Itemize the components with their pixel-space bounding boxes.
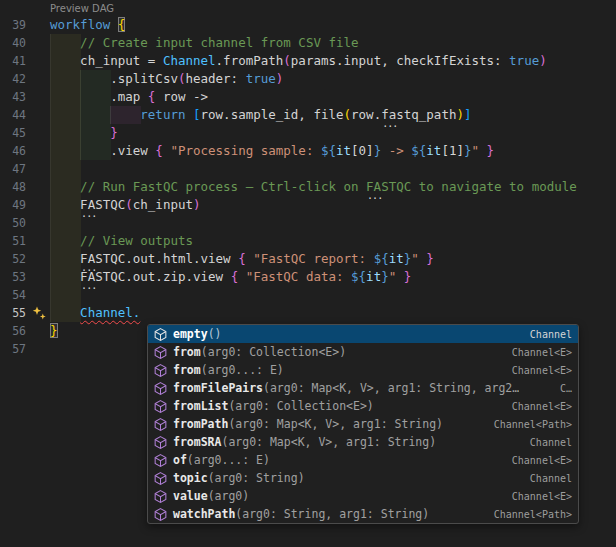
suggest-item[interactable]: from(arg0...: E)Channel<E> (148, 361, 578, 379)
code-content: } (50, 124, 616, 142)
line-number: 45 (0, 124, 26, 142)
line-number: 51 (0, 232, 26, 250)
code-token: Channel. (80, 305, 140, 320)
code-token: row.sample_id, file (201, 107, 344, 122)
code-token: row. (351, 107, 381, 122)
suggest-item[interactable]: empty()Channel (148, 325, 578, 343)
suggest-item[interactable]: topic(arg0: String)Channel (148, 469, 578, 487)
code-token: " (472, 143, 480, 158)
code-token: it (389, 251, 404, 266)
line-number: 55 (0, 304, 26, 322)
suggest-item[interactable]: fromList(arg0: Collection<E>)Channel<E> (148, 397, 578, 415)
code-line[interactable]: 53 FASTQC.out.zip.view { "FastQC data: $… (0, 268, 616, 286)
code-content: FASTQC.out.zip.view { "FastQC data: ${it… (50, 268, 616, 286)
code-token (185, 107, 193, 122)
code-token: } (381, 269, 389, 284)
code-token: { (118, 17, 126, 32)
code-line[interactable]: 42 .splitCsv(header: true) (0, 70, 616, 88)
line-number: 49 (0, 196, 26, 214)
glyph-margin (26, 52, 50, 70)
suggest-item-name: fromFilePairs (173, 381, 263, 395)
suggest-item-params: (arg0: Collection<E>) (201, 345, 346, 359)
code-token: "FastQC report: (253, 251, 373, 266)
glyph-margin (26, 340, 50, 358)
code-token: .fromPath (216, 53, 284, 68)
suggest-item-name: topic (173, 471, 208, 485)
code-line[interactable]: 52 FASTQC.out.html.view { "FastQC report… (0, 250, 616, 268)
code-line[interactable]: 43 .map { row -> (0, 88, 616, 106)
code-line[interactable]: 45 } (0, 124, 616, 142)
line-number: 50 (0, 214, 26, 232)
code-content: workflow { (50, 16, 616, 34)
code-content: .view { "Processing sample: ${it[0]} -> … (50, 142, 616, 160)
method-icon (152, 398, 168, 414)
suggest-item-params: (arg0: Map<K, V>, arg1: String) (221, 435, 436, 449)
code-token (50, 269, 80, 284)
code-token (50, 107, 140, 122)
code-token: ${ (351, 269, 366, 284)
code-token: return (140, 107, 185, 122)
code-token (50, 179, 80, 194)
code-token (50, 233, 80, 248)
code-token: it (336, 143, 351, 158)
code-token: } (487, 143, 495, 158)
glyph-margin (26, 250, 50, 268)
line-number: 42 (0, 70, 26, 88)
code-token: " (411, 251, 419, 266)
code-line[interactable]: 55 Channel. (0, 304, 616, 322)
code-line[interactable]: 40 // Create input channel from CSV file (0, 34, 616, 52)
sparkles-icon[interactable] (32, 306, 47, 321)
code-token (50, 35, 80, 50)
code-token: ch_input = (50, 53, 163, 68)
code-token: ( (283, 53, 291, 68)
method-icon (152, 488, 168, 504)
code-line[interactable]: 48 // Run FastQC process – Ctrl-click on… (0, 178, 616, 196)
suggest-item-type: Channel<E> (504, 365, 572, 376)
glyph-margin (26, 268, 50, 286)
code-token (50, 305, 80, 320)
code-line[interactable]: 41 ch_input = Channel.fromPath(params.in… (0, 52, 616, 70)
suggest-item[interactable]: from(arg0: Collection<E>)Channel<E> (148, 343, 578, 361)
line-number: 40 (0, 34, 26, 52)
code-lines: 39workflow {40 // Create input channel f… (0, 16, 616, 358)
codelens-preview-dag[interactable]: Preview DAG (50, 3, 114, 14)
code-token: to navigate to module (411, 179, 577, 194)
code-editor: Preview DAG 39workflow {40 // Create inp… (0, 0, 616, 547)
code-token (110, 17, 118, 32)
code-content: // Create input channel from CSV file (50, 34, 616, 52)
code-token: it (426, 143, 441, 158)
code-content (50, 160, 616, 178)
code-line[interactable]: 49 FASTQC(ch_input) (0, 196, 616, 214)
indent-tint (50, 286, 81, 304)
code-token: ( (344, 107, 352, 122)
code-token: FASTQC (366, 178, 411, 196)
suggest-item[interactable]: fromPath(arg0: Map<K, V>, arg1: String)C… (148, 415, 578, 433)
suggest-item[interactable]: value(arg0)Channel<E> (148, 487, 578, 505)
code-token (479, 143, 487, 158)
code-line[interactable]: 51 // View outputs (0, 232, 616, 250)
code-line[interactable]: 46 .view { "Processing sample: ${it[0]} … (0, 142, 616, 160)
code-token: "Processing sample: (170, 143, 321, 158)
suggest-item[interactable]: fromFilePairs(arg0: Map<K, V>, arg1: Str… (148, 379, 578, 397)
code-token: // Run FastQC process – Ctrl-click on (80, 179, 366, 194)
suggest-item[interactable]: of(arg0...: E)Channel<E> (148, 451, 578, 469)
code-token: } (426, 251, 434, 266)
code-line[interactable]: 44 return [row.sample_id, file(row.fastq… (0, 106, 616, 124)
code-token: [0] (351, 143, 374, 158)
code-token: ) (276, 71, 284, 86)
glyph-margin (26, 286, 50, 304)
suggest-item-params: (arg0: String) (208, 471, 305, 485)
code-token (50, 251, 80, 266)
glyph-margin (26, 34, 50, 52)
code-token: .splitCsv (50, 71, 178, 86)
method-icon (152, 344, 168, 360)
suggest-item[interactable]: watchPath(arg0: String, arg1: String)Cha… (148, 505, 578, 523)
suggest-item[interactable]: fromSRA(arg0: Map<K, V>, arg1: String)Ch… (148, 433, 578, 451)
suggest-item-name: fromPath (173, 417, 228, 431)
line-number: 39 (0, 16, 26, 34)
code-line[interactable]: 39workflow { (0, 16, 616, 34)
method-icon (152, 506, 168, 522)
code-line[interactable]: 47 (0, 160, 616, 178)
code-token: fastq_path (381, 106, 456, 124)
code-token: FASTQC (80, 196, 125, 214)
